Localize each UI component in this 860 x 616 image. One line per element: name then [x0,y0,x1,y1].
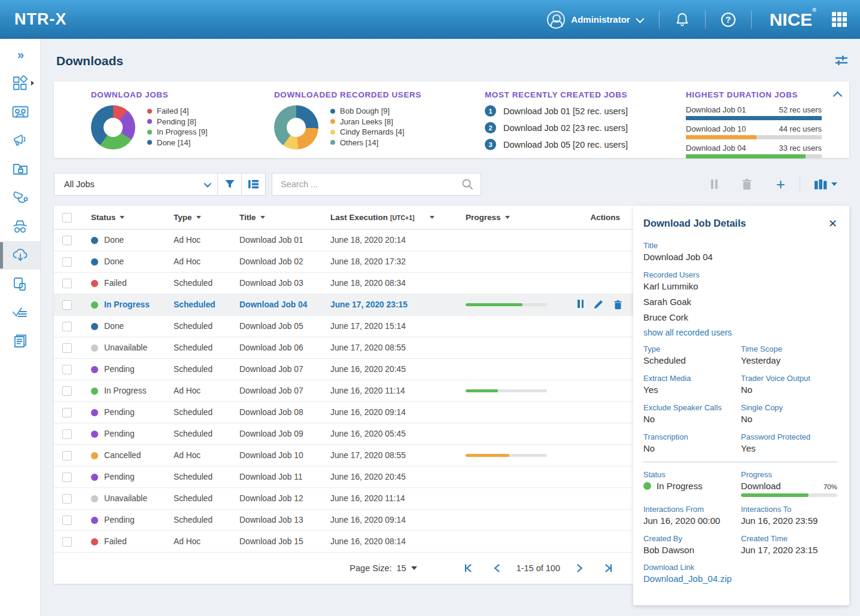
status-cell: In Progress [91,300,174,309]
last-execution-cell: June 16, 2020 09:14 [330,516,466,524]
table-row[interactable]: PendingScheduledDownload Job 09June 16, … [54,423,633,445]
select-all-checkbox[interactable] [62,213,72,222]
sidebar-item-downloads[interactable] [0,241,40,270]
pause-action-button[interactable] [578,300,584,310]
progress-bar-fill [466,303,522,306]
row-checkbox[interactable] [62,257,72,267]
type-cell: Scheduled [174,494,239,503]
delete-action-button[interactable] [613,300,622,310]
tree-view-button[interactable] [241,173,266,196]
delete-job-button[interactable] [730,178,764,190]
show-all-users-link[interactable]: show all recorded users [643,328,837,337]
row-checkbox[interactable] [62,343,72,353]
apps-grid-icon[interactable] [832,12,847,27]
column-header-type: Type [174,213,239,222]
status-cell: Unavailable [91,343,174,352]
last-execution-cell: June 16, 2020 11:14 [330,386,466,395]
row-checkbox[interactable] [62,322,72,331]
filter-button[interactable] [217,173,242,196]
sidebar-item-tasks[interactable] [0,298,40,327]
row-checkbox[interactable] [62,429,72,439]
status-label: Unavailable [104,343,147,352]
table-row[interactable]: FailedScheduledDownload Job 03June 18, 2… [54,273,633,294]
add-job-button[interactable]: + [764,178,797,190]
search-input[interactable] [281,179,461,189]
table-row[interactable]: PendingScheduledDownload Job 08June 16, … [54,402,633,423]
row-checkbox[interactable] [62,451,72,461]
collapse-panel-icon[interactable] [834,91,841,97]
table-row[interactable]: CancelledAd HocDownload Job 10June 17, 2… [54,445,633,466]
user-menu[interactable]: Administrator [547,11,658,29]
column-header-title: Title [239,213,330,222]
field-label: Created By [643,534,741,543]
table-row[interactable]: FailedAd HocDownload Job 15June 16, 2020… [54,531,633,553]
pause-job-button[interactable] [699,179,730,189]
sort-icon[interactable] [430,216,434,219]
last-execution-cell: June 17, 2020 15:14 [330,322,466,331]
search-icon[interactable] [461,178,473,190]
first-page-button[interactable] [453,564,483,572]
row-checkbox[interactable] [62,516,72,525]
help-button[interactable]: ? [706,13,751,27]
type-cell: Scheduled [174,429,239,438]
next-page-button[interactable] [566,564,594,572]
sort-icon[interactable] [505,216,510,219]
row-checkbox[interactable] [62,236,72,245]
close-icon[interactable]: ✕ [828,218,837,229]
table-row[interactable]: PendingScheduledDownload Job 11June 16, … [54,466,633,488]
sidebar-item-diagnostics[interactable] [0,184,40,212]
table-row[interactable]: PendingScheduledDownload Job 07June 16, … [54,359,633,380]
edit-action-button[interactable] [594,300,603,310]
sidebar-expand-button[interactable]: » [0,40,40,69]
title-cell: Download Job 02 [239,257,330,266]
sidebar-item-reports[interactable] [0,327,40,356]
columns-settings-button[interactable] [803,179,849,190]
row-checkbox[interactable] [62,386,72,396]
table-row[interactable]: In ProgressAd HocDownload Job 07June 16,… [54,380,633,402]
divider [800,175,800,193]
sort-icon[interactable] [260,216,265,219]
sidebar-item-recordings[interactable] [0,97,40,126]
row-checkbox[interactable] [62,365,72,374]
table-row[interactable]: UnavailableScheduledDownload Job 06June … [54,337,633,359]
row-checkbox[interactable] [62,279,72,288]
download-zip-link[interactable]: Download_Job_04.zip [643,574,837,584]
page-size-select[interactable]: Page Size: 15 [350,563,417,573]
status-dot [91,474,98,481]
status-label: Failed [104,279,127,288]
table-row[interactable]: UnavailableScheduledDownload Job 12June … [54,488,633,510]
table-row[interactable]: PendingScheduledDownload Job 13June 16, … [54,510,633,531]
row-checkbox[interactable] [62,494,72,504]
sidebar-item-devices[interactable] [0,270,40,298]
row-checkbox[interactable] [62,472,72,482]
status-field: Status In Progress [643,470,741,497]
duration-job-value: 52 rec users [779,105,822,114]
title-cell: Download Job 06 [239,343,330,352]
sort-icon[interactable] [120,216,124,219]
table-row[interactable]: DoneScheduledDownload Job 05June 17, 202… [54,316,633,337]
prev-page-button[interactable] [483,564,510,572]
sidebar-item-announcements[interactable] [0,126,40,155]
recorded-user-name: Bruce Cork [643,312,837,322]
last-page-button[interactable] [594,564,624,572]
sidebar-item-investigations[interactable] [0,212,40,241]
notifications-button[interactable] [660,12,705,28]
columns-icon [815,179,827,190]
sort-icon[interactable] [196,216,201,219]
last-execution-cell: June 16, 2020 20:45 [330,472,466,481]
dashboard-icon [12,75,28,92]
status-cell: Pending [91,516,174,524]
sidebar-item-dashboard[interactable] [0,69,40,97]
sidebar-item-secure-archive[interactable] [0,155,40,184]
edit-icon [594,300,603,309]
row-checkbox[interactable] [62,408,72,417]
table-row[interactable]: DoneAd HocDownload Job 01June 18, 2020 2… [54,230,633,251]
legend-label: Failed [4] [157,106,189,117]
last-execution-cell: June 18, 2020 08:34 [330,279,466,288]
table-row[interactable]: DoneAd HocDownload Job 02June 18, 2020 1… [54,251,633,273]
row-checkbox[interactable] [62,537,72,547]
row-checkbox[interactable] [62,300,72,310]
jobs-filter-select[interactable]: All Jobs [54,173,218,196]
table-row[interactable]: In ProgressScheduledDownload Job 04June … [54,294,633,316]
table-settings-icon[interactable] [835,55,848,67]
